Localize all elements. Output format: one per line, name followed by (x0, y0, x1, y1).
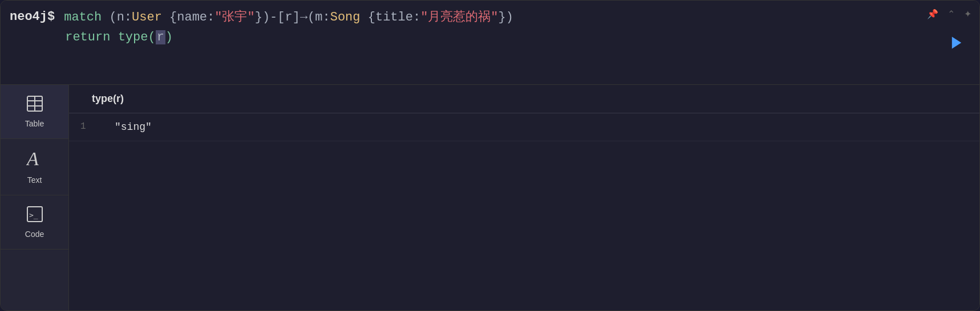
sidebar-item-text[interactable]: A Text (1, 139, 68, 195)
text-icon: A (26, 149, 43, 172)
query-editor: neo4j$ match (n:User {name:"张宇"})-[r]→(m… (1, 1, 979, 85)
query-text-area[interactable]: match (n:User {name:"张宇"})-[r]→(m:Song {… (64, 7, 970, 47)
query-line2: return type(r) (64, 27, 970, 47)
var-n: n (117, 10, 124, 24)
code-label: Code (25, 230, 44, 239)
cursor-r: r (156, 30, 165, 44)
svg-marker-0 (952, 36, 961, 48)
window-controls: 📌 ⌃ ✦ (925, 6, 974, 22)
sidebar: Table A Text >_ Code (1, 85, 69, 311)
svg-text:>_: >_ (29, 211, 38, 219)
results-area: type(r) 1 "sing" (69, 85, 979, 311)
code-icon: >_ (26, 206, 43, 226)
collapse-icon[interactable]: ⌃ (945, 6, 957, 22)
keyword-match: match (64, 10, 109, 24)
query-line1: match (n:User {name:"张宇"})-[r]→(m:Song {… (64, 7, 970, 27)
results-header: type(r) (69, 85, 979, 113)
table-row: 1 "sing" (69, 113, 979, 141)
table-icon (26, 95, 43, 116)
keyword-type: type( (118, 30, 156, 44)
punct-open: ( (109, 10, 116, 24)
column-header: type(r) (92, 93, 124, 105)
row-value-1: "sing" (103, 113, 163, 141)
string-name: "张宇" (214, 10, 254, 24)
text-label: Text (27, 175, 42, 185)
node-song: Song (330, 10, 361, 24)
string-title: "月亮惹的祸" (420, 10, 498, 24)
prompt-label: neo4j$ (10, 7, 55, 24)
run-button[interactable] (945, 31, 968, 54)
pin-icon[interactable]: 📌 (925, 6, 941, 22)
keyword-return: return (65, 30, 118, 44)
svg-text:A: A (26, 149, 39, 169)
main-window: 📌 ⌃ ✦ neo4j$ match (n:User {name:"张宇"})-… (0, 0, 980, 311)
table-label: Table (25, 119, 44, 128)
row-number-1: 1 (69, 113, 103, 140)
main-area: Table A Text >_ Code (1, 85, 979, 311)
sidebar-item-table[interactable]: Table (1, 85, 68, 139)
play-icon (949, 35, 965, 51)
sidebar-item-code[interactable]: >_ Code (1, 195, 68, 249)
star-icon[interactable]: ✦ (962, 6, 974, 22)
node-user: User (132, 10, 162, 24)
